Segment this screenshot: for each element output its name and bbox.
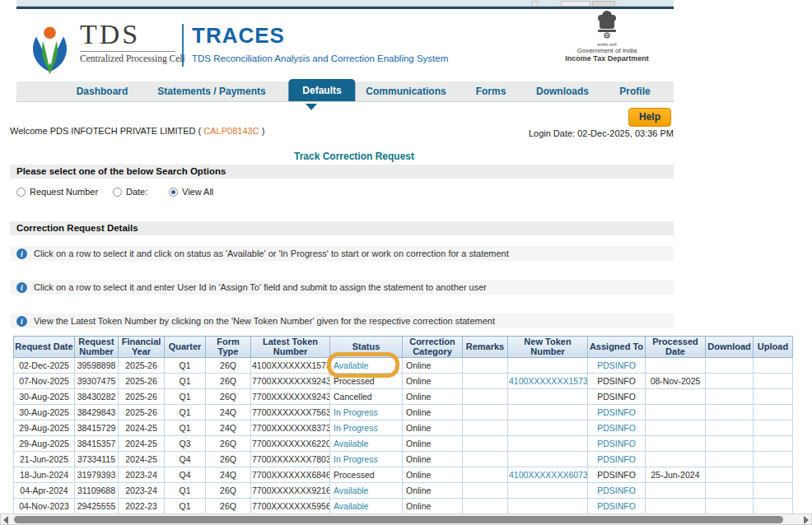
status-link[interactable]: In Progress	[334, 423, 378, 433]
column-header-assigned_to: Assigned To	[588, 337, 646, 358]
cell-request_date: 29-Aug-2025	[14, 420, 75, 436]
correction-request-table-wrap: Request DateRequest NumberFinancial Year…	[13, 336, 793, 514]
cell-new_token	[508, 436, 588, 452]
table-row[interactable]: 04-Nov-2023294255552022-23Q126Q7700XXXXX…	[14, 499, 793, 514]
cell-request_date: 30-Aug-2025	[14, 405, 75, 420]
nav-tab-downloads[interactable]: Downloads	[536, 86, 589, 97]
cell-remarks	[463, 436, 508, 452]
table-row[interactable]: 21-Jun-2025373341152024-25Q426Q7700XXXXX…	[14, 452, 793, 467]
table-row[interactable]: 18-Jun-2024319793932023-24Q424Q7700XXXXX…	[14, 467, 793, 483]
cell-upload	[754, 452, 793, 467]
help-button[interactable]: Help	[628, 108, 671, 127]
india-emblem-icon	[553, 9, 660, 42]
radio-view-all[interactable]: View All	[169, 187, 213, 197]
tds-wordmark: TDS	[80, 21, 179, 49]
column-header-status: Status	[330, 337, 403, 358]
radio-icon[interactable]	[16, 188, 26, 197]
cell-remarks	[463, 483, 508, 499]
column-header-latest_token: Latest Token Number	[251, 337, 330, 358]
radio-date[interactable]: Date:	[113, 187, 147, 197]
cell-upload	[754, 436, 793, 452]
new-token-link[interactable]: 4100XXXXXXX6073	[509, 470, 588, 480]
cell-form_type: 26Q	[206, 436, 251, 452]
cell-upload	[754, 358, 793, 374]
cell-quarter: Q1	[165, 358, 206, 374]
chrome-fragment	[592, 1, 615, 7]
nav-tab-communications[interactable]: Communications	[366, 86, 446, 97]
cell-processed_date	[646, 405, 706, 420]
cell-processed_date	[646, 420, 706, 436]
cell-request_number: 31979393	[75, 467, 119, 483]
cell-download	[706, 358, 754, 374]
assigned-to-link[interactable]: PDSINFO	[597, 454, 636, 464]
cell-correction_category: Online	[403, 436, 463, 452]
traces-title: TRACES	[192, 24, 448, 47]
nav-tab-forms[interactable]: Forms	[476, 86, 506, 97]
cell-request_date: 04-Nov-2023	[14, 499, 75, 514]
table-row[interactable]: 29-Aug-2025384153572024-25Q326Q7700XXXXX…	[14, 436, 793, 452]
cell-remarks	[463, 420, 508, 436]
radio-request-number[interactable]: Request Number	[16, 187, 98, 197]
cell-correction_category: Online	[403, 467, 463, 483]
cell-request_number: 31109688	[75, 483, 119, 499]
status-link[interactable]: In Progress	[334, 407, 378, 417]
cell-new_token: 4100XXXXXXX1573	[508, 374, 588, 389]
column-header-form_type: Form Type	[206, 337, 251, 358]
radio-icon-selected[interactable]	[169, 188, 178, 197]
cell-assigned_to: PDSINFO	[588, 358, 646, 374]
cell-assigned_to: PDSINFO	[588, 374, 646, 389]
cell-latest_token: 7700XXXXXXX9243	[251, 374, 330, 389]
cell-remarks	[463, 358, 508, 374]
horizontal-scrollbar[interactable]	[0, 513, 812, 525]
cell-upload	[754, 467, 793, 483]
table-row[interactable]: 29-Aug-2025384157292024-25Q124Q7700XXXXX…	[14, 420, 793, 436]
table-row[interactable]: 30-Aug-2025384302822025-26Q126Q7700XXXXX…	[14, 389, 793, 405]
assigned-to-link[interactable]: PDSINFO	[597, 407, 636, 417]
assigned-to-link[interactable]: PDSINFO	[597, 423, 636, 433]
scroll-left-button[interactable]	[3, 516, 8, 524]
cell-quarter: Q1	[165, 483, 206, 499]
info-icon: i	[16, 316, 27, 327]
nav-tab-profile[interactable]: Profile	[619, 86, 650, 97]
cell-upload	[754, 420, 793, 436]
assigned-to-link[interactable]: PDSINFO	[597, 501, 636, 511]
table-row[interactable]: 30-Aug-2025384298432025-26Q124Q7700XXXXX…	[14, 405, 793, 420]
cell-processed_date	[646, 452, 706, 467]
scrollbar-thumb[interactable]	[14, 516, 783, 523]
radio-icon[interactable]	[113, 188, 122, 197]
cell-financial_year: 2025-26	[119, 389, 165, 405]
scroll-right-button[interactable]	[804, 516, 809, 524]
column-header-remarks: Remarks	[463, 337, 508, 358]
status-link[interactable]: Available	[334, 439, 368, 448]
nav-tab-dashboard[interactable]: Dashboard	[77, 86, 128, 97]
new-token-link[interactable]: 4100XXXXXXX1573	[509, 376, 588, 386]
login-date: Login Date: 02-Dec-2025, 03:36 PM	[529, 128, 674, 138]
status-link[interactable]: Available	[334, 501, 368, 511]
cell-request_number: 39307475	[75, 374, 119, 389]
table-row[interactable]: 02-Dec-2025395988982025-26Q126Q4100XXXXX…	[14, 358, 793, 374]
column-header-request_date: Request Date	[14, 337, 75, 358]
welcome-text: Welcome PDS INFOTECH PRIVATE LIMITED ( C…	[10, 126, 264, 136]
cell-assigned_to: PDSINFO	[588, 483, 646, 499]
table-row[interactable]: 04-Apr-2024311096882023-24Q126Q7700XXXXX…	[14, 483, 793, 499]
table-row[interactable]: 07-Nov-2025393074752025-26Q126Q7700XXXXX…	[14, 374, 793, 389]
cell-request_number: 38430282	[75, 389, 119, 405]
assigned-to-link[interactable]: PDSINFO	[597, 486, 636, 495]
info-icon: i	[16, 249, 27, 259]
status-link[interactable]: Available	[334, 360, 368, 370]
status-link[interactable]: In Progress	[334, 454, 378, 464]
cell-correction_category: Online	[403, 405, 463, 420]
assigned-to-link[interactable]: PDSINFO	[597, 439, 636, 448]
assigned-to-link[interactable]: PDSINFO	[597, 360, 636, 370]
nav-tab-defaults[interactable]: Defaults	[288, 79, 355, 101]
info-message: iClick on a row to select it and enter U…	[10, 280, 674, 295]
column-header-correction_category: Correction Category	[403, 337, 463, 358]
cell-status: Available	[330, 436, 403, 452]
cell-form_type: 26Q	[206, 389, 251, 405]
cell-form_type: 24Q	[206, 405, 251, 420]
column-header-download: Download	[706, 337, 754, 358]
status-link[interactable]: Available	[334, 486, 368, 495]
government-of-india-label: Government of India	[553, 47, 660, 54]
cell-assigned_to: PDSINFO	[588, 452, 646, 467]
nav-tab-statements-payments[interactable]: Statements / Payments	[157, 86, 265, 97]
